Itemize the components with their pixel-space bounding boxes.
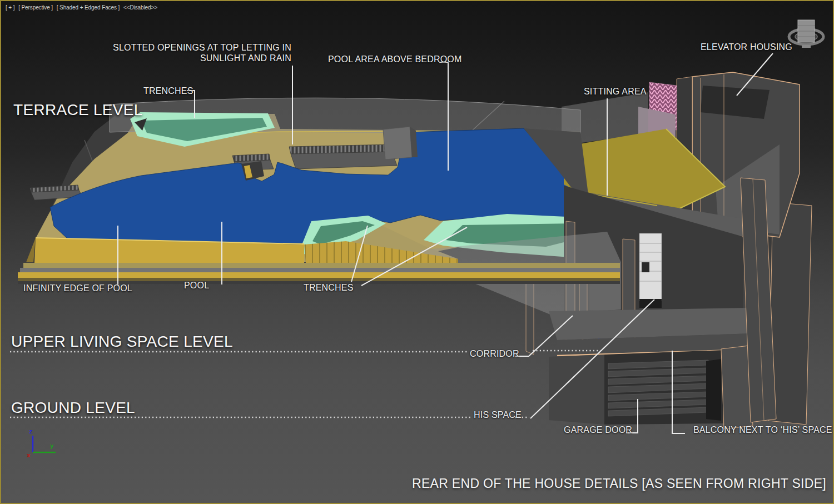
ground-level-label: GROUND LEVEL [11, 399, 135, 417]
viewport-header: [ + ] [ Perspective ] [ Shaded + Edged F… [6, 4, 160, 11]
callout-slotted-line1: SLOTTED OPENINGS AT TOP LETTING IN [112, 42, 291, 53]
callout-his-space: HIS SPACE [474, 410, 522, 420]
garage-left-wall [549, 355, 604, 425]
axis-y-label: y [50, 443, 54, 450]
callout-slotted-line2: SUNLIGHT AND RAIN [112, 53, 291, 63]
skylight-b [289, 144, 397, 169]
elevator-shaft-interior [639, 233, 662, 308]
callout-trenches-top: TRENCHES [143, 86, 193, 96]
axis-x-label: x [27, 452, 31, 459]
max-viewport: [ + ] [ Perspective ] [ Shaded + Edged F… [0, 0, 834, 504]
callout-sitting-area: SITTING AREA [584, 87, 647, 97]
upper-living-level-label: UPPER LIVING SPACE LEVEL [11, 333, 233, 351]
terrace-level-label: TERRACE LEVEL [13, 101, 143, 119]
callout-balcony: BALCONY NEXT TO ‘HIS’ SPACE [693, 425, 832, 435]
viewport-menu-pov[interactable]: [ Perspective ] [18, 4, 53, 11]
callout-infinity-edge: INFINITY EDGE OF POOL [23, 283, 132, 293]
callout-garage-door: GARAGE DOOR [564, 425, 632, 435]
base-fascia-yellow [18, 272, 620, 278]
rooftop-tank-object [789, 20, 823, 48]
roof-block [383, 127, 418, 159]
viewport-status-disabled: <<Disabled>> [123, 4, 157, 11]
callout-slotted-openings: SLOTTED OPENINGS AT TOP LETTING IN SUNLI… [112, 42, 291, 63]
terrace-model [30, 98, 600, 262]
callout-pool-area: POOL AREA ABOVE BEDROOM [328, 54, 462, 64]
axis-z-label: z [29, 428, 33, 435]
callout-trenches-bottom: TRENCHES [304, 283, 354, 293]
viewport-menu-general[interactable]: [ + ] [6, 4, 14, 11]
callout-elevator-housing: ELEVATOR HOUSING [701, 42, 792, 52]
callout-pool: POOL [184, 281, 209, 291]
callout-corridor: CORRIDOR [470, 349, 519, 359]
drawing-title: REAR END OF THE HOUSE DETAILS [AS SEEN F… [412, 476, 826, 491]
viewport-menu-shading[interactable]: [ Shaded + Edged Faces ] [57, 4, 120, 11]
